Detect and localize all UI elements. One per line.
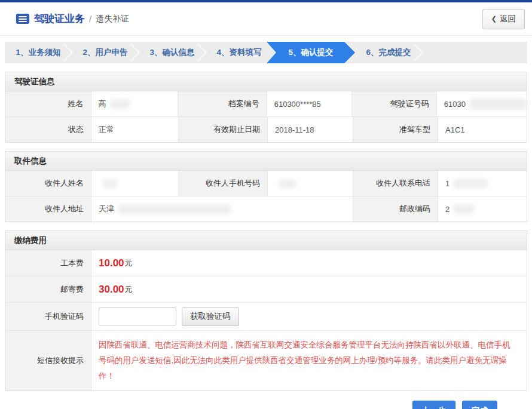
redacted-blob bbox=[279, 179, 296, 188]
table-row: 收件人姓名 收件人手机号码 收件人联系电话 1 bbox=[5, 171, 527, 196]
step-wizard: 1、业务须知 2、用户申告 3、确认信息 4、资料填写 5、确认提交 6、完成提… bbox=[5, 42, 527, 63]
recipient-mobile-label: 收件人手机号码 bbox=[179, 171, 268, 196]
back-button[interactable]: ❮ 返回 bbox=[482, 9, 525, 29]
table-row: 状态 正常 有效期止日期 2018-11-18 准驾车型 A1C1 bbox=[5, 117, 527, 142]
sms-code-label: 手机验证码 bbox=[5, 303, 91, 330]
vehicle-class-value: A1C1 bbox=[438, 117, 527, 142]
work-fee-label: 工本费 bbox=[5, 250, 91, 276]
step-tab-1: 1、业务须知 bbox=[5, 42, 72, 63]
table-row: 邮寄费 30.00 元 bbox=[5, 276, 527, 303]
pickup-info-section: 取件信息 收件人姓名 收件人手机号码 收件人联系电话 1 收件人地址 天津 邮政… bbox=[5, 151, 527, 222]
step-tab-3: 3、确认信息 bbox=[139, 42, 206, 63]
sms-code-input[interactable] bbox=[99, 307, 176, 325]
expiry-label: 有效期止日期 bbox=[179, 117, 268, 142]
post-fee-label: 邮寄费 bbox=[5, 276, 91, 302]
sms-code-cell: 获取验证码 bbox=[91, 303, 527, 330]
recipient-phone-label: 收件人联系电话 bbox=[353, 171, 438, 196]
redacted-blob bbox=[110, 99, 130, 109]
recipient-address-value: 天津 bbox=[91, 196, 353, 222]
name-label: 姓名 bbox=[5, 91, 91, 116]
work-fee-value: 10.00 元 bbox=[91, 250, 527, 276]
payment-section: 缴纳费用 工本费 10.00 元 邮寄费 30.00 元 手机验证码 获取验证码… bbox=[5, 230, 527, 391]
step-tab-6: 6、完成提交 bbox=[355, 42, 422, 63]
redacted-blob bbox=[453, 204, 475, 214]
payment-section-title: 缴纳费用 bbox=[5, 231, 527, 250]
table-row: 工本费 10.00 元 bbox=[5, 250, 527, 276]
table-row: 收件人地址 天津 邮政编码 2 bbox=[5, 196, 527, 222]
license-number-value: 61030 bbox=[437, 91, 527, 116]
step-tab-5-active: 5、确认提交 bbox=[267, 42, 355, 63]
expiry-value: 2018-11-18 bbox=[268, 117, 353, 142]
table-row: 姓名 高 档案编号 610300****85 驾驶证号码 61030 bbox=[5, 91, 527, 117]
post-fee-amount: 30.00 bbox=[99, 284, 124, 296]
page-title: 驾驶证业务 bbox=[34, 12, 85, 26]
postal-code-label: 邮政编码 bbox=[353, 196, 438, 222]
license-section-title: 驾驶证信息 bbox=[5, 72, 527, 91]
redacted-blob bbox=[469, 99, 527, 110]
sms-notice-label: 短信接收提示 bbox=[5, 331, 91, 390]
recipient-address-label: 收件人地址 bbox=[5, 196, 91, 222]
recipient-name-value bbox=[91, 171, 179, 196]
redacted-blob bbox=[118, 204, 231, 214]
breadcrumb-separator: / bbox=[89, 14, 91, 24]
back-button-label: 返回 bbox=[500, 14, 516, 24]
license-number-label: 驾驶证号码 bbox=[352, 91, 437, 116]
fee-unit: 元 bbox=[125, 258, 133, 269]
page-subtitle: 遗失补证 bbox=[96, 14, 129, 24]
prev-step-button[interactable]: 上一步 bbox=[412, 401, 456, 409]
table-row: 手机验证码 获取验证码 bbox=[5, 303, 527, 331]
page-header: 驾驶证业务 / 遗失补证 ❮ 返回 bbox=[0, 2, 532, 36]
postal-code-value: 2 bbox=[438, 196, 527, 222]
get-code-button[interactable]: 获取验证码 bbox=[182, 307, 239, 326]
file-number-label: 档案编号 bbox=[178, 91, 267, 116]
sms-notice-text: 因陕西省联通、电信运营商技术问题，陕西省互联网交通安全综合服务管理平台无法向持陕… bbox=[91, 331, 527, 390]
status-value: 正常 bbox=[91, 117, 179, 142]
step-tab-4: 4、资料填写 bbox=[206, 42, 273, 63]
fee-unit: 元 bbox=[125, 284, 133, 295]
recipient-name-label: 收件人姓名 bbox=[5, 171, 91, 196]
post-fee-value: 30.00 元 bbox=[91, 276, 527, 302]
chevron-left-icon: ❮ bbox=[491, 15, 497, 23]
footer-actions: 上一步 完成 bbox=[0, 401, 532, 409]
recipient-phone-value: 1 bbox=[438, 171, 527, 196]
vehicle-class-label: 准驾车型 bbox=[353, 117, 438, 142]
redacted-blob bbox=[453, 179, 488, 189]
license-info-section: 驾驶证信息 姓名 高 档案编号 610300****85 驾驶证号码 61030… bbox=[5, 72, 527, 143]
recipient-mobile-value bbox=[268, 171, 353, 196]
name-value: 高 bbox=[91, 91, 179, 116]
status-label: 状态 bbox=[5, 117, 91, 142]
table-row: 短信接收提示 因陕西省联通、电信运营商技术问题，陕西省互联网交通安全综合服务管理… bbox=[5, 331, 527, 390]
file-number-value: 610300****85 bbox=[267, 91, 353, 116]
pickup-section-title: 取件信息 bbox=[5, 152, 527, 171]
work-fee-amount: 10.00 bbox=[99, 257, 124, 269]
step-tab-2: 2、用户申告 bbox=[72, 42, 139, 63]
list-icon bbox=[16, 14, 29, 24]
redacted-blob bbox=[102, 179, 118, 188]
finish-button[interactable]: 完成 bbox=[462, 401, 497, 409]
